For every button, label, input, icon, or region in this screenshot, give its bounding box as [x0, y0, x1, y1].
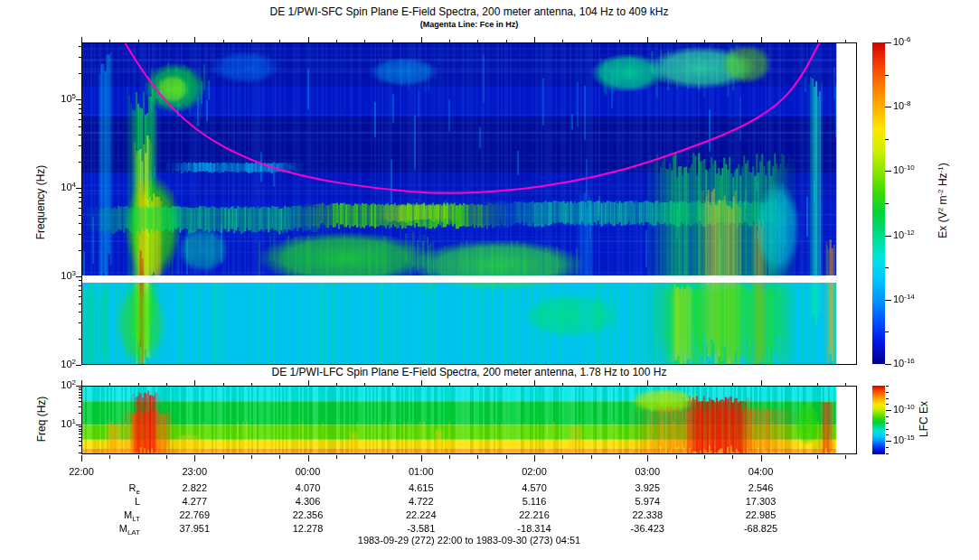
plot-page: DE 1/PWI-SFC Spin Plane E-Field Spectra,… — [0, 0, 979, 560]
time-tick-label: 02:00 — [507, 466, 561, 477]
orbit-value: -36.423 — [607, 523, 688, 534]
time-tick-label: 23:00 — [167, 466, 221, 477]
tick-label-10e-12: 10-12 — [893, 229, 915, 240]
orbit-value: 22.338 — [607, 509, 688, 520]
orbit-value: 4.570 — [494, 482, 575, 493]
lfc-colorbar-label: LFC Ex — [918, 374, 930, 464]
sfc-colorbar-label: Ex (V2 m-2 Hz-1) — [937, 92, 949, 309]
tick-label-10e2: 102 — [34, 358, 76, 369]
orbit-value: 12.278 — [268, 523, 349, 534]
orbit-value: 4.070 — [268, 482, 349, 493]
orbit-row-label: MLT — [88, 509, 140, 523]
orbit-value: 22.224 — [381, 509, 462, 520]
tick-label-10e4: 104 — [34, 181, 76, 192]
tick-label-10e-10: 10-10 — [893, 403, 915, 415]
orbit-value: 4.306 — [268, 496, 349, 507]
tick-label-10e-10: 10-10 — [893, 163, 915, 175]
orbit-value: 22.985 — [720, 509, 802, 520]
lfc-panel-title: DE 1/PWI-LFC Spin Plane E-Field Spectra,… — [81, 366, 857, 378]
sfc-spectrogram — [81, 42, 857, 365]
orbit-value: -68.825 — [720, 523, 802, 534]
orbit-value: 22.216 — [494, 509, 575, 520]
time-tick-label: 04:00 — [734, 466, 788, 477]
orbit-value: 5.116 — [494, 496, 575, 507]
page-subtitle: (Magenta Line: Fce in Hz) — [81, 20, 857, 29]
tick-label-10e-6: 10-6 — [893, 35, 910, 47]
time-tick-label: 00:00 — [281, 466, 335, 477]
time-tick-label: 01:00 — [394, 466, 448, 477]
lfc-spectrogram — [81, 386, 857, 454]
orbit-value: 22.356 — [268, 509, 349, 520]
orbit-row-label: L — [88, 496, 140, 507]
tick-label-10e1: 101 — [34, 417, 76, 429]
orbit-value: -18.314 — [494, 523, 575, 534]
orbit-value: 5.974 — [607, 496, 688, 507]
orbit-value: 4.277 — [154, 496, 235, 507]
tick-label-10e-8: 10-8 — [893, 99, 910, 111]
orbit-value: 3.925 — [607, 482, 688, 493]
tick-label-10e3: 103 — [34, 269, 76, 281]
orbit-row-label: Re — [88, 482, 140, 496]
date-range-footer: 1983-09-29 (272) 22:00 to 1983-09-30 (27… — [81, 535, 857, 546]
sfc-y-axis-label: Frequency (Hz) — [34, 148, 47, 257]
lfc-colorbar — [872, 386, 885, 454]
orbit-value: 37.951 — [154, 523, 235, 534]
orbit-value: -3.581 — [381, 523, 462, 534]
time-tick-label: 03:00 — [620, 466, 674, 477]
time-tick-label: 22:00 — [54, 466, 108, 477]
tick-label-10e-16: 10-16 — [893, 357, 915, 369]
orbit-row-label: MLAT — [88, 523, 140, 537]
tick-label-10e-15: 10-15 — [893, 434, 915, 445]
tick-label-10e-14: 10-14 — [893, 293, 915, 304]
sfc-colorbar — [872, 42, 885, 364]
orbit-value: 4.615 — [381, 482, 462, 493]
orbit-value: 2.822 — [154, 482, 235, 493]
orbit-value: 2.546 — [720, 482, 802, 493]
orbit-value: 4.722 — [381, 496, 462, 507]
orbit-value: 22.769 — [154, 509, 235, 520]
page-title: DE 1/PWI-SFC Spin Plane E-Field Spectra,… — [81, 5, 857, 18]
tick-label-10e5: 105 — [34, 92, 76, 104]
orbit-value: 17.303 — [720, 496, 802, 507]
tick-label-10e2: 102 — [34, 378, 76, 390]
